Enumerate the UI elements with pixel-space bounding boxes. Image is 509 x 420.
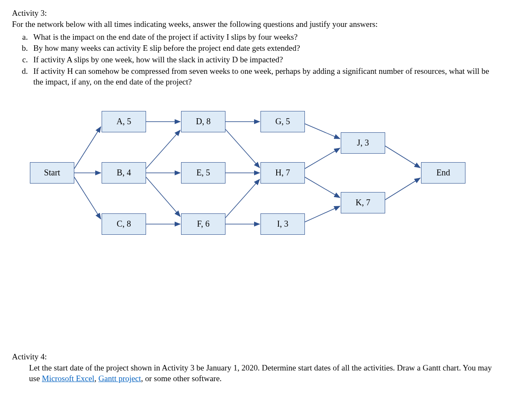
node-end: End — [421, 162, 465, 184]
node-d: D, 8 — [181, 111, 225, 132]
node-f: F, 6 — [181, 213, 225, 235]
link-excel[interactable]: Microsoft Excel — [42, 374, 94, 383]
node-k: K, 7 — [341, 192, 385, 213]
arrow-layer — [12, 109, 490, 262]
svg-line-18 — [385, 178, 420, 200]
activity3-intro: For the network below with all times ind… — [12, 19, 500, 30]
network-diagram: Start A, 5 B, 4 C, 8 D, 8 E, 5 F, 6 G, 5… — [12, 109, 490, 262]
node-a: A, 5 — [102, 111, 146, 132]
svg-line-16 — [305, 206, 340, 222]
question-a: What is the impact on the end date of th… — [30, 32, 500, 43]
node-g: G, 5 — [260, 111, 305, 132]
svg-line-9 — [225, 129, 260, 168]
node-h: H, 7 — [260, 162, 305, 184]
svg-line-2 — [74, 177, 101, 219]
svg-line-0 — [74, 127, 101, 169]
svg-line-14 — [305, 148, 340, 169]
node-j: J, 3 — [341, 132, 385, 154]
svg-line-4 — [146, 130, 180, 169]
node-start: Start — [30, 162, 74, 184]
svg-line-11 — [225, 179, 260, 218]
node-b: B, 4 — [102, 162, 146, 184]
question-d: If activity H can somehow be compressed … — [30, 66, 500, 88]
question-b: By how many weeks can activity E slip be… — [30, 43, 500, 54]
svg-line-17 — [385, 146, 420, 168]
node-i: I, 3 — [260, 213, 305, 235]
question-c: If activity A slips by one week, how wil… — [30, 54, 500, 65]
activity4-title: Activity 4: — [12, 352, 500, 362]
link-gantt[interactable]: Gantt project — [99, 374, 141, 383]
a4-text-post: , or some other software. — [141, 374, 222, 383]
activity3-title: Activity 3: — [12, 9, 500, 18]
node-e: E, 5 — [181, 162, 225, 184]
activity4-body: Let the start date of the project shown … — [29, 362, 500, 384]
svg-line-15 — [305, 177, 340, 198]
svg-line-6 — [146, 177, 180, 216]
question-list: What is the impact on the end date of th… — [22, 32, 500, 88]
svg-line-13 — [305, 124, 340, 139]
a4-text-mid: , — [94, 374, 99, 383]
node-c: C, 8 — [102, 213, 146, 235]
